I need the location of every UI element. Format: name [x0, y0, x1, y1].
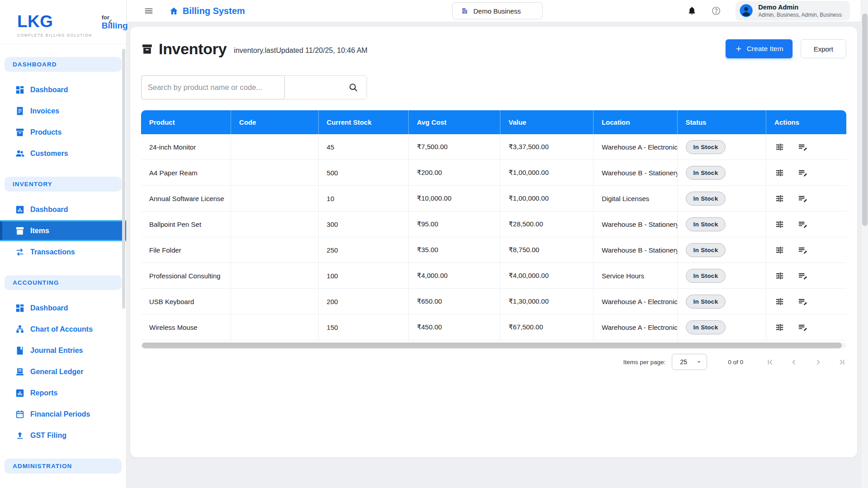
column-header-avg-cost[interactable]: Avg Cost: [408, 110, 500, 134]
sidebar-nav: DASHBOARDDashboardInvoicesProductsCustom…: [0, 44, 126, 488]
adjust-stock-button[interactable]: [774, 219, 785, 230]
sidebar-item-financial-periods[interactable]: Financial Periods: [0, 404, 126, 425]
edit-item-button[interactable]: [797, 193, 808, 204]
sidebar-item-items[interactable]: Items: [0, 220, 126, 241]
logo-right: for Billing: [102, 14, 128, 38]
cell-status: In Stock: [677, 211, 766, 237]
column-header-location[interactable]: Location: [593, 110, 677, 134]
status-badge: In Stock: [686, 217, 726, 231]
cell-code: [231, 211, 318, 237]
sidebar-item-label: Reports: [30, 389, 57, 397]
export-button[interactable]: Export: [801, 39, 846, 58]
sidebar-collapse-button[interactable]: [107, 18, 114, 26]
help-icon[interactable]: [711, 6, 721, 16]
column-header-product[interactable]: Product: [141, 110, 231, 134]
dashboard-icon: [15, 85, 25, 95]
table-row: Wireless Mouse150₹450.00₹67,500.00Wareho…: [141, 314, 846, 340]
sidebar-item-business-management[interactable]: Business Management: [0, 481, 126, 488]
sidebar-item-journal-entries[interactable]: Journal Entries: [0, 340, 126, 361]
column-header-status[interactable]: Status: [677, 110, 766, 134]
last-page-button[interactable]: [838, 358, 846, 366]
cell-actions: [766, 134, 846, 160]
adjust-stock-button[interactable]: [774, 193, 785, 204]
cell-value: ₹4,00,000.00: [500, 263, 593, 289]
page-title: Inventory: [159, 40, 226, 58]
logo-tagline: COMPLETE BILLING SOLUTION: [17, 33, 92, 38]
horizontal-scrollbar-thumb[interactable]: [142, 343, 842, 348]
business-icon: [15, 487, 25, 488]
edit-item-button[interactable]: [797, 168, 808, 178]
sidebar-item-products[interactable]: Products: [0, 122, 126, 143]
search-icon[interactable]: [348, 82, 359, 93]
next-page-button[interactable]: [814, 358, 822, 366]
adjust-stock-button[interactable]: [774, 296, 785, 307]
edit-item-button[interactable]: [797, 322, 808, 333]
adjust-stock-button[interactable]: [774, 271, 785, 281]
sidebar-item-label: Dashboard: [30, 206, 68, 214]
inventory-dashboard-icon: [15, 205, 25, 215]
menu-icon[interactable]: [144, 6, 154, 16]
sidebar-item-label: Invoices: [30, 107, 59, 115]
cell-location: Warehouse A - Electronics: [593, 134, 677, 160]
sidebar-item-reports[interactable]: Reports: [0, 382, 126, 404]
column-header-code[interactable]: Code: [231, 110, 318, 134]
page-size-select[interactable]: 25: [672, 354, 707, 370]
sidebar-item-customers[interactable]: Customers: [0, 143, 126, 164]
business-selector-button[interactable]: Demo Business: [452, 2, 542, 19]
edit-item-button[interactable]: [797, 219, 808, 230]
chart-of-accounts-icon: [15, 324, 25, 334]
sidebar-item-gst-filing[interactable]: GST Filing: [0, 425, 126, 446]
column-header-current-stock[interactable]: Current Stock: [318, 110, 409, 134]
adjust-stock-button[interactable]: [774, 322, 785, 333]
edit-item-button[interactable]: [797, 142, 808, 152]
create-item-label: Create Item: [747, 45, 783, 53]
adjust-stock-button[interactable]: [774, 168, 785, 178]
cell-code: [231, 289, 318, 314]
paginator-range: 0 of 0: [728, 359, 743, 366]
cell-product: Wireless Mouse: [141, 314, 231, 340]
page-scrollbar-thumb[interactable]: [862, 14, 868, 226]
app-title: Billing System: [183, 6, 245, 16]
previous-page-button[interactable]: [790, 358, 798, 366]
sidebar-item-invoices[interactable]: Invoices: [0, 100, 126, 122]
cell-status: In Stock: [677, 314, 766, 340]
logo: LKG COMPLETE BILLING SOLUTION $ for Bill…: [0, 0, 126, 44]
table-row: Ballpoint Pen Set300₹95.00₹28,500.00Ware…: [141, 211, 846, 237]
status-badge: In Stock: [686, 320, 726, 334]
cell-location: Warehouse A - Electronics: [593, 314, 677, 340]
status-badge: In Stock: [686, 166, 726, 180]
inventory-icon: [141, 43, 153, 55]
cell-current-stock: 500: [318, 160, 409, 186]
topbar-right: Demo Admin Admin, Business, Admin, Busin…: [687, 1, 850, 20]
cell-value: ₹1,30,000.00: [500, 289, 593, 314]
adjust-stock-button[interactable]: [774, 245, 785, 255]
app-home-link[interactable]: Billing System: [169, 6, 245, 16]
create-item-button[interactable]: Create Item: [726, 39, 793, 58]
sidebar-item-dashboard[interactable]: Dashboard: [0, 199, 126, 220]
cell-product: Annual Software License: [141, 186, 231, 211]
search-input[interactable]: [141, 75, 285, 99]
sidebar-scrollbar[interactable]: [122, 49, 125, 309]
sidebar-item-dashboard[interactable]: Dashboard: [0, 297, 126, 319]
sidebar-item-label: GST Filing: [30, 432, 66, 440]
edit-item-button[interactable]: [797, 296, 808, 307]
cell-current-stock: 10: [318, 186, 409, 211]
cell-product: Professional Consulting: [141, 263, 231, 289]
column-header-value[interactable]: Value: [500, 110, 593, 134]
sidebar-item-dashboard[interactable]: Dashboard: [0, 79, 126, 100]
edit-item-button[interactable]: [797, 245, 808, 255]
notifications-bell-icon[interactable]: [687, 6, 697, 15]
sidebar-item-chart-of-accounts[interactable]: Chart of Accounts: [0, 319, 126, 340]
sidebar-item-transactions[interactable]: Transactions: [0, 241, 126, 263]
first-page-button[interactable]: [766, 358, 774, 366]
cell-avg-cost: ₹7,500.00: [408, 134, 500, 160]
adjust-stock-button[interactable]: [774, 142, 785, 152]
cell-value: ₹28,500.00: [500, 211, 593, 237]
edit-item-button[interactable]: [797, 271, 808, 281]
cell-status: In Stock: [677, 237, 766, 263]
sidebar-item-general-ledger[interactable]: General Ledger: [0, 361, 126, 382]
cell-value: ₹3,37,500.00: [500, 134, 593, 160]
business-selector-label: Demo Business: [473, 7, 521, 15]
user-menu[interactable]: Demo Admin Admin, Business, Admin, Busin…: [736, 1, 850, 20]
cell-status: In Stock: [677, 160, 766, 186]
